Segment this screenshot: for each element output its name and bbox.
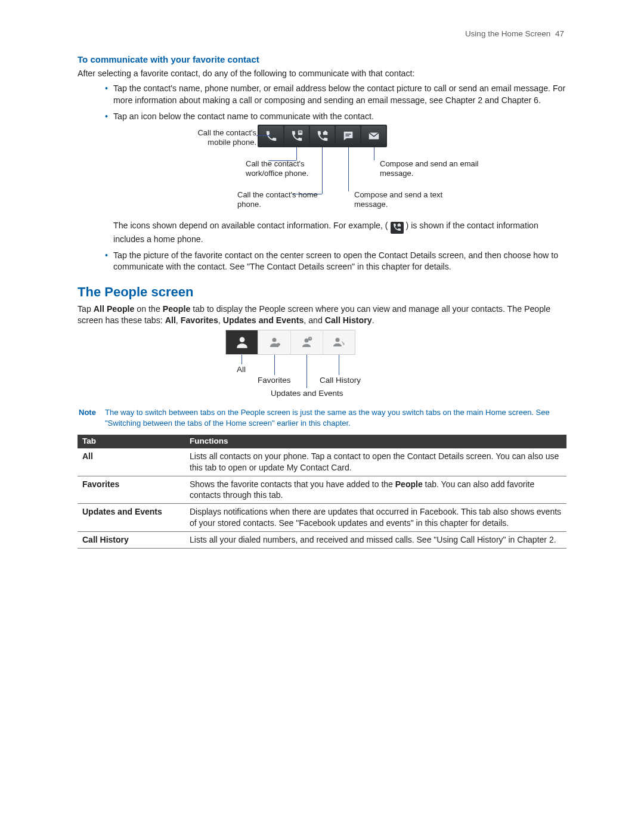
cell-fn: Displays notifications when there are up…	[185, 504, 566, 532]
t: .	[372, 315, 374, 325]
label-tab-callhist: Call History	[320, 375, 361, 386]
tab-strip	[225, 330, 355, 355]
call-mobile-icon	[259, 126, 283, 146]
bullet-3: Tap the picture of the favorite contact …	[105, 250, 566, 272]
contact-icons-diagram: Call the contact's mobile phone. Call th…	[113, 125, 566, 214]
t: ,	[218, 315, 223, 325]
t: Favorites	[181, 315, 218, 325]
svg-point-9	[336, 338, 340, 342]
sms-icon	[336, 126, 360, 146]
cell-fn: Lists all your dialed numbers, and recei…	[185, 532, 566, 549]
call-work-icon	[284, 126, 309, 146]
lead-line	[306, 355, 307, 388]
subheading-communicate: To communicate with your favorite contac…	[78, 54, 566, 66]
label-sms: Compose and send a text message.	[354, 190, 462, 210]
after-diagram-text: The icons shown depend on available cont…	[113, 220, 566, 245]
bullet-2: Tap an icon below the contact name to co…	[105, 111, 566, 245]
t: All People	[94, 304, 135, 314]
bullet-2-text: Tap an icon below the contact name to co…	[113, 112, 374, 121]
label-mobile: Call the contact's mobile phone.	[173, 128, 256, 148]
cell-fn: Lists all contacts on your phone. Tap a …	[185, 448, 566, 476]
svg-rect-1	[299, 131, 302, 132]
lead-line	[274, 355, 275, 375]
t: , and	[304, 315, 325, 325]
svg-point-6	[272, 338, 276, 342]
running-header: Using the Home Screen 47	[465, 29, 564, 39]
svg-point-5	[239, 337, 244, 343]
note-label: Note	[78, 407, 105, 428]
t: People	[395, 479, 423, 489]
t: People	[163, 304, 191, 314]
t: Tap	[78, 304, 94, 314]
tab-callhistory-icon	[323, 330, 355, 354]
lead-line	[339, 355, 339, 375]
t: Call History	[325, 315, 372, 325]
running-title: Using the Home Screen	[465, 29, 550, 38]
home-phone-inline-icon	[391, 222, 404, 234]
label-tab-updates: Updates and Events	[271, 388, 343, 399]
lead-line	[322, 147, 323, 194]
lead-line	[296, 147, 297, 160]
section-heading-people: The People screen	[78, 283, 566, 301]
svg-rect-3	[345, 134, 351, 134]
people-intro: Tap All People on the People tab to disp…	[78, 304, 566, 326]
after1a: The icons shown depend on available cont…	[113, 221, 388, 230]
t: on the	[134, 304, 162, 314]
bullet-list: Tap the contact's name, phone number, or…	[78, 83, 566, 272]
table-row: All Lists all contacts on your phone. Ta…	[78, 448, 566, 476]
bullet-1: Tap the contact's name, phone number, or…	[105, 83, 566, 106]
lead-line	[348, 147, 349, 191]
label-tab-favorites: Favorites	[258, 375, 291, 386]
page-number: 47	[555, 29, 564, 38]
icon-strip	[258, 125, 387, 147]
table-row: Call History Lists all your dialed numbe…	[78, 532, 566, 549]
tab-favorites-icon	[258, 330, 290, 354]
t: Shows the favorite contacts that you hav…	[190, 479, 395, 489]
cell-fn: Shows the favorite contacts that you hav…	[185, 476, 566, 504]
tab-updates-icon	[290, 330, 323, 354]
t: ,	[176, 315, 181, 325]
t: All	[165, 315, 176, 325]
th-tab: Tab	[78, 435, 185, 448]
cell-tab: All	[78, 448, 185, 476]
svg-rect-2	[299, 132, 302, 133]
call-home-icon	[310, 126, 335, 146]
note-text: The way to switch between tabs on the Pe…	[105, 407, 566, 428]
label-email: Compose and send an email message.	[380, 159, 487, 179]
svg-rect-4	[345, 135, 349, 136]
cell-tab: Favorites	[78, 476, 185, 504]
lead-line	[256, 135, 271, 136]
svg-point-7	[305, 339, 309, 343]
table-row: Favorites Shows the favorite contacts th…	[78, 476, 566, 504]
cell-tab: Call History	[78, 532, 185, 549]
lead-line	[374, 147, 374, 160]
th-functions: Functions	[185, 435, 566, 448]
cell-tab: Updates and Events	[78, 504, 185, 532]
intro-text: After selecting a favorite contact, do a…	[78, 68, 566, 79]
table-row: Updates and Events Displays notification…	[78, 504, 566, 532]
note-row: Note The way to switch between tabs on t…	[78, 407, 566, 428]
functions-table: Tab Functions All Lists all contacts on …	[78, 435, 566, 549]
people-tabs-diagram: All Favorites Updates and Events Call Hi…	[78, 330, 566, 401]
document-page: Using the Home Screen 47 To communicate …	[0, 0, 644, 833]
label-home: Call the contact's home phone.	[237, 190, 327, 210]
t: Updates and Events	[223, 315, 304, 325]
lead-line	[242, 355, 242, 364]
email-icon	[361, 126, 386, 146]
tab-all-icon	[226, 330, 258, 354]
label-tab-all: All	[237, 364, 246, 375]
